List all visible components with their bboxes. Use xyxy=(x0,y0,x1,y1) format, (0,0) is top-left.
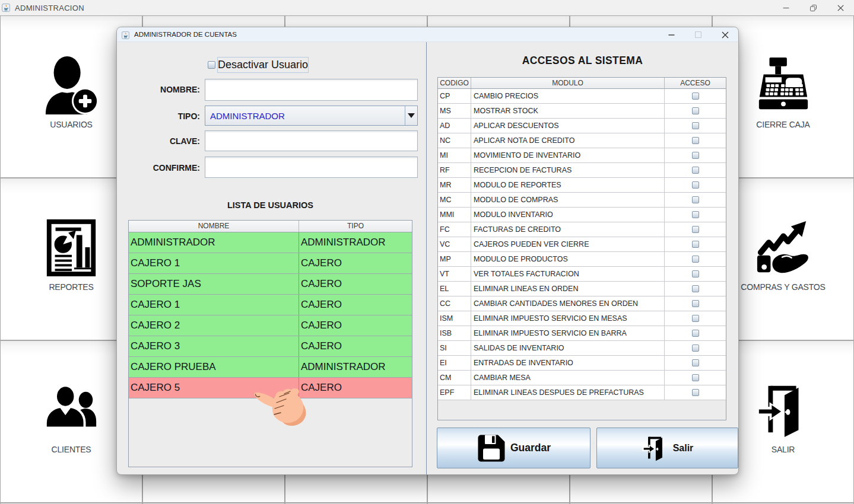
access-codigo-cell: CC xyxy=(438,296,471,311)
access-codigo-cell: SI xyxy=(438,341,471,355)
access-checkbox[interactable] xyxy=(692,122,699,129)
access-codigo-cell: MR xyxy=(438,178,471,192)
salir-button[interactable]: Salir xyxy=(596,428,738,468)
users-table-row-2[interactable]: SOPORTE JASCAJERO xyxy=(129,274,412,295)
access-modulo-cell: FACTURAS DE CREDITO xyxy=(471,222,665,237)
access-modulo-cell: MODULO DE REPORTES xyxy=(471,178,665,192)
main-window-controls xyxy=(772,0,854,15)
access-modulo-cell: ELIMINAR LINEAS DESPUES DE PREFACTURAS xyxy=(471,385,665,400)
access-checkbox[interactable] xyxy=(692,300,699,307)
user-tipo-cell: CAJERO xyxy=(299,253,412,273)
access-codigo-cell: NC xyxy=(438,133,471,148)
deactivate-user-checkbox[interactable] xyxy=(208,61,215,69)
users-table-row-4[interactable]: CAJERO 2CAJERO xyxy=(129,315,412,336)
access-table-row-ISM[interactable]: ISMELIMINAR IMPUESTO SERVICIO EN MESAS xyxy=(438,311,726,326)
access-checkbox[interactable] xyxy=(692,211,699,218)
guardar-button[interactable]: Guardar xyxy=(437,428,591,468)
access-checkbox[interactable] xyxy=(692,344,699,352)
access-acceso-cell xyxy=(665,252,726,266)
access-checkbox[interactable] xyxy=(692,256,699,263)
access-acceso-cell xyxy=(665,178,726,192)
access-table-row-CM[interactable]: CMCAMBIAR MESA xyxy=(438,371,726,385)
tipo-combobox-arrow-button[interactable] xyxy=(405,106,417,125)
access-codigo-cell: MP xyxy=(438,252,471,266)
access-checkbox[interactable] xyxy=(692,374,699,381)
access-table-row-NC[interactable]: NCAPLICAR NOTA DE CREDITO xyxy=(438,133,726,148)
access-modulo-cell: MOVIMIENTO DE INVENTARIO xyxy=(471,148,665,162)
cash-register-icon xyxy=(754,56,812,114)
access-table-row-MI[interactable]: MIMOVIMIENTO DE INVENTARIO xyxy=(438,148,726,163)
access-table-row-AD[interactable]: ADAPLICAR DESCUENTOS xyxy=(438,119,726,133)
dialog-titlebar: ADMINISTRADOR DE CUENTAS xyxy=(117,27,738,42)
main-close-button[interactable] xyxy=(827,0,854,15)
access-acceso-cell xyxy=(665,296,726,311)
users-table-row-6[interactable]: CAJERO PRUEBAADMINISTRADOR xyxy=(129,357,412,378)
deactivate-user-label: Desactivar Usuario xyxy=(218,59,308,71)
access-checkbox[interactable] xyxy=(692,196,699,203)
nombre-field[interactable] xyxy=(205,79,418,101)
access-checkbox[interactable] xyxy=(692,226,699,233)
tipo-combobox-value: ADMINISTRADOR xyxy=(205,111,405,121)
access-checkbox[interactable] xyxy=(692,241,699,248)
dialog-close-button[interactable] xyxy=(712,27,738,42)
access-checkbox[interactable] xyxy=(692,167,699,174)
access-codigo-cell: MS xyxy=(438,104,471,118)
access-checkbox[interactable] xyxy=(692,107,699,114)
access-checkbox[interactable] xyxy=(692,359,699,366)
users-table-row-1[interactable]: CAJERO 1CAJERO xyxy=(129,253,412,274)
users-table-row-0[interactable]: ADMINISTRADORADMINISTRADOR xyxy=(129,232,412,253)
access-header-modulo: MODULO xyxy=(471,78,665,88)
access-modulo-cell: CAJEROS PUEDEN VER CIERRE xyxy=(471,237,665,251)
deactivate-user-label-box[interactable]: Desactivar Usuario xyxy=(217,57,309,73)
access-codigo-cell: CM xyxy=(438,371,471,385)
access-codigo-cell: VC xyxy=(438,237,471,251)
tipo-combobox[interactable]: ADMINISTRADOR xyxy=(205,106,418,126)
dialog-maximize-button[interactable] xyxy=(685,27,712,42)
main-window-title: ADMINISTRACION xyxy=(15,4,84,12)
access-codigo-cell: ISM xyxy=(438,311,471,326)
users-table-row-5[interactable]: CAJERO 3CAJERO xyxy=(129,336,412,357)
users-list-title: LISTA DE USUARIOS xyxy=(128,200,412,210)
access-checkbox[interactable] xyxy=(692,137,699,144)
access-table-row-ISB[interactable]: ISBELIMINAR IMPUESTO SERVICIO EN BARRA xyxy=(438,326,726,341)
access-table-row-CC[interactable]: CCCAMBIAR CANTIDADES MENORES EN ORDEN xyxy=(438,296,726,311)
access-table-row-MP[interactable]: MPMODULO DE PRODUCTOS xyxy=(438,252,726,267)
main-minimize-button[interactable] xyxy=(772,0,799,15)
access-table-row-MC[interactable]: MCMODULO DE COMPRAS xyxy=(438,193,726,208)
access-checkbox[interactable] xyxy=(692,152,699,159)
access-checkbox[interactable] xyxy=(692,389,699,396)
main-restore-button[interactable] xyxy=(799,0,827,15)
clave-field[interactable] xyxy=(205,130,418,151)
access-modulo-cell: ELIMINAR IMPUESTO SERVICIO EN MESAS xyxy=(471,311,665,326)
access-table-row-VC[interactable]: VCCAJEROS PUEDEN VER CIERRE xyxy=(438,237,726,252)
access-checkbox[interactable] xyxy=(692,181,699,189)
confirme-field[interactable] xyxy=(205,157,418,178)
access-table-row-MR[interactable]: MRMODULO DE REPORTES xyxy=(438,178,726,193)
access-table-row-RF[interactable]: RFRECEPCION DE FACTURAS xyxy=(438,163,726,178)
access-checkbox[interactable] xyxy=(692,315,699,322)
dialog-minimize-button[interactable] xyxy=(658,27,685,42)
access-checkbox[interactable] xyxy=(692,285,699,292)
salir-button-label: Salir xyxy=(673,443,694,454)
user-tipo-cell: CAJERO xyxy=(299,274,412,294)
access-table-row-CP[interactable]: CPCAMBIO PRECIOS xyxy=(438,89,726,104)
access-table-row-MMI[interactable]: MMIMODULO INVENTARIO xyxy=(438,208,726,222)
access-table-row-FC[interactable]: FCFACTURAS DE CREDITO xyxy=(438,222,726,237)
access-checkbox[interactable] xyxy=(692,92,699,100)
access-checkbox[interactable] xyxy=(692,330,699,337)
access-codigo-cell: ISB xyxy=(438,326,471,340)
access-table-row-VT[interactable]: VTVER TOTALES FACTURACION xyxy=(438,267,726,282)
access-table-row-MS[interactable]: MSMOSTRAR STOCK xyxy=(438,104,726,119)
user-tipo-cell: CAJERO xyxy=(299,378,412,398)
access-table-row-EPF[interactable]: EPFELIMINAR LINEAS DESPUES DE PREFACTURA… xyxy=(438,385,726,400)
access-modulo-cell: CAMBIAR CANTIDADES MENORES EN ORDEN xyxy=(471,296,665,311)
menu-button-label: SALIR xyxy=(772,445,795,454)
access-table-row-EL[interactable]: ELELIMINAR LINEAS EN ORDEN xyxy=(438,282,726,296)
access-checkbox[interactable] xyxy=(692,270,699,277)
user-tipo-cell: ADMINISTRADOR xyxy=(299,357,412,377)
access-table-row-SI[interactable]: SISALIDAS DE INVENTARIO xyxy=(438,341,726,356)
access-acceso-cell xyxy=(665,237,726,251)
users-table-row-3[interactable]: CAJERO 1CAJERO xyxy=(129,295,412,315)
java-dialog-icon xyxy=(122,31,129,39)
access-table-row-EI[interactable]: EIENTRADAS DE INVENTARIO xyxy=(438,356,726,371)
